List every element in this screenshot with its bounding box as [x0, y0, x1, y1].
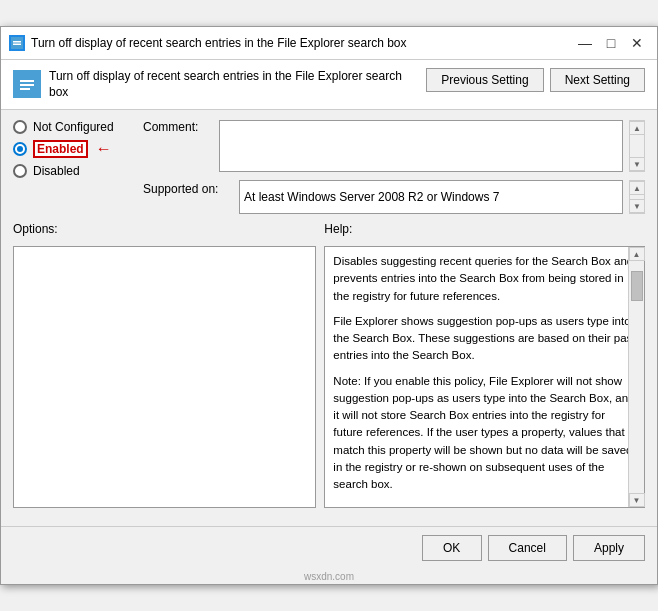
help-scroll-track — [629, 261, 644, 493]
comment-scroll-up[interactable]: ▲ — [629, 121, 645, 135]
header-title: Turn off display of recent search entrie… — [49, 68, 416, 102]
cancel-button[interactable]: Cancel — [488, 535, 567, 561]
close-button[interactable]: ✕ — [625, 33, 649, 53]
help-paragraph-1: Disables suggesting recent queries for t… — [333, 253, 636, 305]
radio-enabled-circle — [13, 142, 27, 156]
header-left: Turn off display of recent search entrie… — [13, 68, 416, 102]
window-icon — [9, 35, 25, 51]
options-pane — [13, 246, 316, 508]
radio-disabled-circle — [13, 164, 27, 178]
maximize-button[interactable]: □ — [599, 33, 623, 53]
next-setting-button[interactable]: Next Setting — [550, 68, 645, 92]
supported-scrollbar: ▲ ▼ — [629, 180, 645, 214]
comment-textarea[interactable] — [219, 120, 623, 172]
lower-labels: Options: Help: — [13, 222, 645, 236]
footer: OK Cancel Apply — [1, 526, 657, 569]
comment-label: Comment: — [143, 120, 213, 134]
radio-disabled[interactable]: Disabled — [13, 164, 143, 178]
radio-group: Not Configured Enabled ← Disabled — [13, 120, 143, 178]
svg-rect-5 — [20, 84, 34, 86]
help-paragraph-3: Note: If you enable this policy, File Ex… — [333, 373, 636, 494]
enabled-arrow-icon: ← — [96, 140, 112, 158]
supported-scroll-down[interactable]: ▼ — [629, 199, 645, 213]
svg-rect-6 — [20, 88, 30, 90]
help-pane: Disables suggesting recent queries for t… — [324, 246, 645, 508]
comment-scroll-down[interactable]: ▼ — [629, 157, 645, 171]
help-scrollbar: ▲ ▼ — [628, 247, 644, 507]
header-bar: Turn off display of recent search entrie… — [1, 60, 657, 111]
radio-enabled[interactable]: Enabled ← — [13, 140, 143, 158]
comment-section: Comment: ▲ ▼ — [143, 120, 645, 172]
ok-button[interactable]: OK — [422, 535, 482, 561]
svg-rect-0 — [11, 37, 23, 49]
radio-disabled-label: Disabled — [33, 164, 80, 178]
header-buttons: Previous Setting Next Setting — [426, 68, 645, 92]
header-icon — [13, 70, 41, 98]
options-label: Options: — [13, 222, 316, 236]
previous-setting-button[interactable]: Previous Setting — [426, 68, 543, 92]
window-title: Turn off display of recent search entrie… — [31, 36, 407, 50]
svg-rect-4 — [20, 80, 34, 82]
radio-enabled-label: Enabled — [33, 140, 88, 158]
svg-rect-2 — [13, 43, 21, 45]
supported-label: Supported on: — [143, 180, 233, 196]
title-controls: — □ ✕ — [573, 33, 649, 53]
help-text: Disables suggesting recent queries for t… — [325, 247, 644, 507]
help-scroll-down[interactable]: ▼ — [629, 493, 645, 507]
help-scroll-up[interactable]: ▲ — [629, 247, 645, 261]
title-bar-left: Turn off display of recent search entrie… — [9, 35, 407, 51]
radio-not-configured-label: Not Configured — [33, 120, 114, 134]
minimize-button[interactable]: — — [573, 33, 597, 53]
help-label: Help: — [324, 222, 645, 236]
supported-value: At least Windows Server 2008 R2 or Windo… — [239, 180, 623, 214]
content-area: Not Configured Enabled ← Disabled Commen… — [1, 110, 657, 518]
supported-scroll-up[interactable]: ▲ — [629, 181, 645, 195]
main-window: Turn off display of recent search entrie… — [0, 26, 658, 586]
radio-not-configured[interactable]: Not Configured — [13, 120, 143, 134]
watermark: wsxdn.com — [1, 569, 657, 584]
apply-button[interactable]: Apply — [573, 535, 645, 561]
right-section: Comment: ▲ ▼ Supported on: At least Wind… — [143, 120, 645, 214]
help-scroll-thumb[interactable] — [631, 271, 643, 301]
svg-rect-1 — [13, 41, 21, 43]
top-section: Not Configured Enabled ← Disabled Commen… — [13, 120, 645, 214]
title-bar: Turn off display of recent search entrie… — [1, 27, 657, 60]
radio-not-configured-circle — [13, 120, 27, 134]
supported-section: Supported on: At least Windows Server 20… — [143, 180, 645, 214]
help-paragraph-2: File Explorer shows suggestion pop-ups a… — [333, 313, 636, 365]
comment-scrollbar: ▲ ▼ — [629, 120, 645, 172]
lower-section: Disables suggesting recent queries for t… — [13, 246, 645, 508]
